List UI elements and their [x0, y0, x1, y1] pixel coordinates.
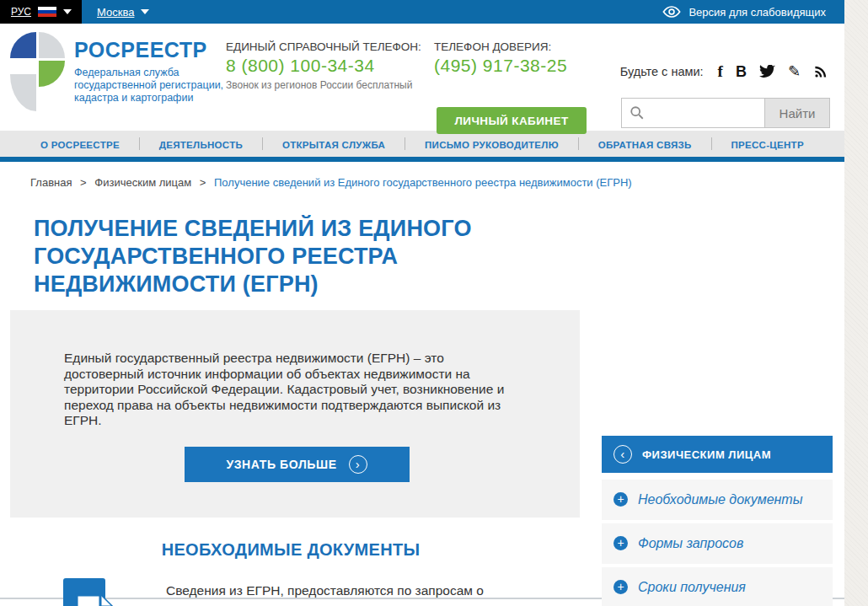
- learn-more-label: УЗНАТЬ БОЛЬШЕ: [226, 458, 336, 471]
- rosreestr-logo-icon[interactable]: [10, 32, 66, 113]
- language-switcher[interactable]: РУС: [0, 0, 82, 24]
- documents-text-span: Сведения из ЕГРН, предоставляются по зап…: [166, 583, 484, 606]
- sidebar-items: + Необходимые документы + Формы запросов…: [602, 480, 833, 606]
- eye-icon: [662, 6, 681, 18]
- site-container: РУС Москва Версия для слабовидящих РОСРЕ…: [0, 0, 844, 606]
- sidebar-item-required-documents[interactable]: + Необходимые документы: [602, 480, 833, 520]
- breadcrumb-separator: >: [200, 176, 206, 189]
- hotline-number: 8 (800) 100-34-34: [226, 56, 421, 76]
- russia-flag-icon: [38, 7, 56, 18]
- section-heading: НЕОБХОДИМЫЕ ДОКУМЕНТЫ: [0, 540, 581, 560]
- trust-phone-block: ТЕЛЕФОН ДОВЕРИЯ: (495) 917-38-25: [434, 40, 567, 76]
- plus-icon: +: [613, 536, 628, 550]
- learn-more-button[interactable]: УЗНАТЬ БОЛЬШЕ ›: [185, 447, 410, 482]
- logo-title: РОСРЕЕСТР: [74, 38, 223, 62]
- breadcrumb-separator: >: [80, 176, 87, 189]
- intro-box: Единый государственный реестра недвижимо…: [10, 310, 580, 518]
- nav-item-press[interactable]: ПРЕСС-ЦЕНТР: [731, 137, 803, 152]
- region-label: Москва: [97, 6, 134, 19]
- breadcrumb-current: Получение сведений из Единого государств…: [214, 176, 632, 189]
- site-header: РОСРЕЕСТР Федеральная служба государстве…: [0, 24, 844, 131]
- content-column: ПОЛУЧЕНИЕ СВЕДЕНИЙ ИЗ ЕДИНОГО ГОСУДАРСТВ…: [0, 215, 581, 606]
- search-bar: Найти: [621, 98, 830, 128]
- caret-down-icon: [63, 9, 72, 14]
- documents-summary: Сведения из ЕГРН, предоставляются по зап…: [62, 577, 581, 606]
- hotline-block: ЕДИНЫЙ СПРАВОЧНЫЙ ТЕЛЕФОН: 8 (800) 100-3…: [226, 40, 421, 91]
- nav-divider: [405, 137, 405, 150]
- intro-text: Единый государственный реестра недвижимо…: [64, 351, 515, 429]
- search-input-wrap: [621, 98, 764, 128]
- caret-down-icon: [141, 9, 149, 14]
- rss-icon[interactable]: [813, 65, 828, 79]
- main-navigation: О РОСРЕЕСТРЕ ДЕЯТЕЛЬНОСТЬ ОТКРЫТАЯ СЛУЖБ…: [0, 131, 844, 162]
- nav-item-about[interactable]: О РОСРЕЕСТРЕ: [40, 137, 120, 152]
- hotline-note: Звонок из регионов России бесплатный: [226, 79, 421, 91]
- social-block: Будьте с нами: f В ✎: [620, 62, 828, 81]
- language-label[interactable]: РУС: [11, 6, 31, 18]
- sidebar-header-individuals[interactable]: ‹ ФИЗИЧЕСКИМ ЛИЦАМ: [602, 436, 833, 473]
- accessibility-version-link[interactable]: Версия для слабовидящих: [662, 6, 826, 19]
- logo-text[interactable]: РОСРЕЕСТР Федеральная служба государстве…: [74, 38, 223, 105]
- search-input[interactable]: [650, 106, 751, 120]
- nav-item-open-service[interactable]: ОТКРЫТАЯ СЛУЖБА: [282, 137, 385, 152]
- plus-icon: +: [613, 492, 628, 507]
- breadcrumb-individuals[interactable]: Физическим лицам: [94, 176, 191, 189]
- breadcrumb: Главная > Физическим лицам > Получение с…: [0, 162, 844, 200]
- nav-divider: [711, 137, 712, 150]
- twitter-icon[interactable]: [759, 65, 775, 78]
- chevron-right-circle-icon: ›: [349, 455, 367, 474]
- sidebar: ‹ ФИЗИЧЕСКИМ ЛИЦАМ + Необходимые докумен…: [602, 436, 833, 606]
- nav-item-letter[interactable]: ПИСЬМО РУКОВОДИТЕЛЮ: [425, 137, 559, 152]
- sidebar-header-label: ФИЗИЧЕСКИМ ЛИЦАМ: [642, 448, 771, 461]
- documents-text: Сведения из ЕГРН, предоставляются по зап…: [166, 577, 530, 606]
- personal-cabinet-button[interactable]: ЛИЧНЫЙ КАБИНЕТ: [437, 107, 587, 134]
- topbar: РУС Москва Версия для слабовидящих: [0, 0, 844, 24]
- topbar-blue-strip: Москва Версия для слабовидящих: [82, 0, 844, 24]
- nav-item-activity[interactable]: ДЕЯТЕЛЬНОСТЬ: [159, 137, 243, 152]
- chevron-left-circle-icon: ‹: [613, 445, 632, 464]
- page-title: ПОЛУЧЕНИЕ СВЕДЕНИЙ ИЗ ЕДИНОГО ГОСУДАРСТВ…: [34, 215, 586, 298]
- trust-phone-number: (495) 917-38-25: [434, 56, 567, 76]
- search-icon: [630, 105, 645, 121]
- sidebar-item-terms[interactable]: + Сроки получения: [602, 567, 833, 606]
- main-area: ПОЛУЧЕНИЕ СВЕДЕНИЙ ИЗ ЕДИНОГО ГОСУДАРСТВ…: [0, 215, 844, 606]
- social-label: Будьте с нами:: [620, 65, 704, 78]
- nav-divider: [578, 137, 579, 150]
- trust-phone-label: ТЕЛЕФОН ДОВЕРИЯ:: [434, 40, 567, 53]
- blog-pencil-icon[interactable]: ✎: [788, 62, 801, 81]
- sidebar-item-request-forms[interactable]: + Формы запросов: [602, 523, 833, 564]
- breadcrumb-home[interactable]: Главная: [30, 176, 72, 189]
- facebook-icon[interactable]: f: [718, 62, 723, 81]
- search-submit-button[interactable]: Найти: [764, 98, 830, 128]
- document-icon: [62, 577, 127, 606]
- vkontakte-icon[interactable]: В: [736, 63, 747, 81]
- nav-divider: [262, 137, 263, 150]
- nav-divider: [139, 137, 140, 150]
- region-selector[interactable]: Москва: [97, 6, 149, 19]
- nav-item-feedback[interactable]: ОБРАТНАЯ СВЯЗЬ: [598, 137, 692, 152]
- logo-subtitle: Федеральная служба государственной регис…: [74, 67, 223, 105]
- hotline-label: ЕДИНЫЙ СПРАВОЧНЫЙ ТЕЛЕФОН:: [226, 40, 421, 53]
- plus-icon: +: [613, 580, 628, 594]
- accessibility-label: Версия для слабовидящих: [689, 6, 826, 19]
